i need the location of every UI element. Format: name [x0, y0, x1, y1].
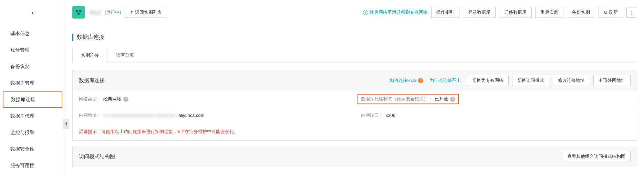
svg-point-1 [79, 10, 81, 12]
intranet-addr-label: 内网地址： [79, 112, 101, 118]
proxy-status-value: 已开通 [435, 96, 448, 102]
panel-action-1[interactable]: 切换访问模式 [512, 75, 549, 86]
access-mode-panel: 访问模式结构图 查看其他组合访问模式结构图 [72, 146, 637, 167]
intranet-port-label: 内网端口： [361, 112, 383, 118]
help-icon[interactable]: ? [123, 97, 128, 102]
sidebar-item-6[interactable]: 监控与报警 [0, 124, 65, 141]
how-connect-link[interactable]: 如何连接RDS [389, 77, 417, 84]
header-action-2[interactable]: 迁移数据库 [499, 7, 532, 18]
section-title: 数据库连接 [72, 34, 637, 41]
sidebar-item-7[interactable]: 数据安全性 [0, 141, 65, 157]
tab-read-write-split[interactable]: 读写分离 [107, 48, 143, 63]
network-type-label: 网络类型： [79, 96, 101, 102]
more-button[interactable]: ⋮ [626, 8, 637, 18]
main-content: lby2 (运行中) ↥ 返回实例列表 ? 经典网络平滑迁移到专有网络 操作指引… [65, 0, 644, 174]
address-row: 内网地址： rm-xxxxxxxxxxxxxxxxxxxx.mysql.rds … [73, 107, 637, 123]
header-action-3[interactable]: 重启实例 [535, 7, 563, 18]
panel-action-0[interactable]: 切换为专有网络 [467, 75, 509, 86]
chevron-left-icon [30, 10, 35, 16]
sidebar-item-3[interactable]: 数据库管理 [0, 75, 65, 91]
more-icon: ⋮ [630, 10, 634, 15]
svg-point-0 [76, 10, 78, 12]
tabs: 实例连接 读写分离 [72, 48, 637, 63]
connection-panel: 数据库连接 如何连接RDS ? 为什么连接不上 切换为专有网络切换访问模式修改连… [72, 70, 637, 141]
intranet-addr-suffix: .aliyuncs.com [177, 113, 205, 118]
network-type-value: 经典网络 [103, 96, 121, 102]
info-icon: ? [363, 10, 368, 15]
header-action-0[interactable]: 操作指引 [431, 7, 459, 18]
tab-instance-connection[interactable]: 实例连接 [72, 48, 107, 63]
access-mode-title: 访问模式结构图 [79, 153, 115, 160]
sidebar-item-2[interactable]: 备份恢复 [0, 58, 65, 75]
refresh-button[interactable]: ↻ 刷新 [599, 7, 623, 18]
connection-panel-header: 数据库连接 如何连接RDS ? 为什么连接不上 切换为专有网络切换访问模式修改连… [73, 70, 637, 91]
back-button[interactable] [0, 7, 65, 25]
header-action-1[interactable]: 登录数据库 [463, 7, 496, 18]
network-row: 网络类型： 经典网络 ? 数据库代理状态（原高安全模式）： 已开通 ? [73, 91, 637, 107]
sidebar-item-1[interactable]: 账号管理 [0, 42, 65, 58]
instance-status: (运行中) [105, 9, 121, 15]
proxy-status-label: 数据库代理状态（原高安全模式）： [361, 96, 433, 102]
why-fail-link[interactable]: 为什么连接不上 [429, 77, 461, 84]
sidebar: 基本信息账号管理备份恢复数据库管理数据库连接数据库代理监控与报警数据安全性服务可… [0, 0, 65, 174]
intranet-addr-blurred: rm-xxxxxxxxxxxxxxxxxxxx.mysql.rds [103, 113, 175, 118]
return-icon: ↥ [130, 10, 134, 15]
sidebar-item-8[interactable]: 服务可用性 [0, 157, 65, 174]
sidebar-item-5[interactable]: 数据库代理 [0, 108, 65, 124]
panel-action-2[interactable]: 修改连接地址 [553, 75, 590, 86]
panel-title: 数据库连接 [79, 77, 105, 84]
instance-name: lby2 [90, 9, 101, 16]
svg-point-2 [77, 12, 80, 14]
sidebar-item-4[interactable]: 数据库连接 [3, 91, 62, 108]
page-header: lby2 (运行中) ↥ 返回实例列表 ? 经典网络平滑迁移到专有网络 操作指引… [72, 0, 637, 25]
help-icon[interactable]: ? [450, 97, 455, 102]
header-action-4[interactable]: 备份实例 [567, 7, 595, 18]
help-icon[interactable]: ? [418, 78, 423, 83]
refresh-icon: ↻ [604, 10, 607, 15]
warning-text: 温馨提示：请使用以上访问连接串进行实例连接，VIP在业务维护中可能会变化。 [73, 123, 637, 140]
view-other-modes-button[interactable]: 查看其他组合访问模式结构图 [562, 151, 631, 162]
panel-action-3[interactable]: 申请外网地址 [593, 75, 631, 86]
intranet-port-value: 3306 [385, 113, 395, 118]
back-to-list-button[interactable]: ↥ 返回实例列表 [125, 7, 167, 18]
sidebar-item-0[interactable]: 基本信息 [0, 25, 65, 42]
migrate-network-link[interactable]: ? 经典网络平滑迁移到专有网络 [363, 9, 428, 15]
db-logo-icon [72, 6, 85, 19]
